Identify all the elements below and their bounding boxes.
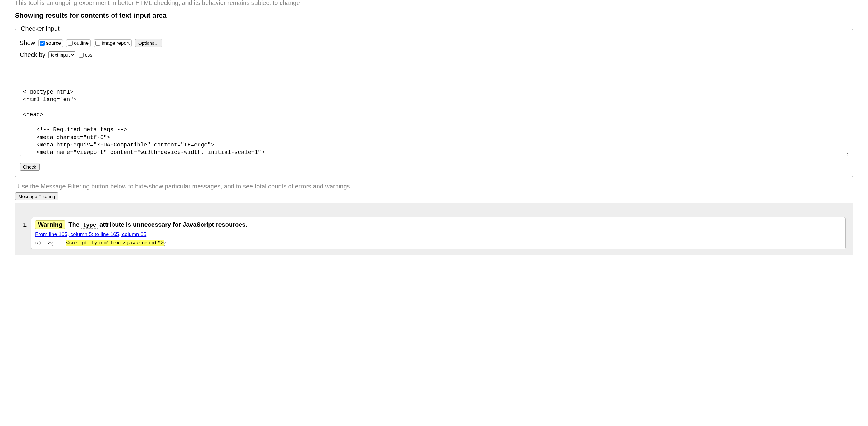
image-report-checkbox-label: image report	[101, 40, 129, 46]
outline-checkbox-label: outline	[74, 40, 89, 46]
newline-icon: ↩	[164, 241, 166, 246]
css-checkbox-wrap[interactable]: css	[79, 52, 92, 58]
source-checkbox-label: source	[46, 40, 61, 46]
warning-badge: Warning	[35, 221, 65, 229]
message-filtering-row: Message Filtering	[15, 193, 853, 200]
result-message: Warning The type attribute is unnecessar…	[35, 221, 842, 229]
css-checkbox[interactable]	[79, 53, 84, 58]
options-button[interactable]: Options…	[135, 39, 162, 47]
result-location-link[interactable]: From line 165, column 5; to line 165, co…	[35, 231, 146, 237]
checker-input-fieldset: Checker Input Show source outline image …	[15, 25, 853, 177]
result-extract-highlight: <script type="text/javascript">	[66, 240, 164, 246]
outline-checkbox[interactable]	[68, 41, 73, 46]
checker-input-legend: Checker Input	[20, 25, 61, 32]
experiment-note: This tool is an ongoing experiment in be…	[15, 0, 853, 6]
image-report-checkbox[interactable]	[95, 41, 100, 46]
results-heading: Showing results for contents of text-inp…	[15, 11, 853, 20]
check-by-select[interactable]: text input	[49, 51, 75, 58]
check-button-row: Check	[20, 163, 848, 171]
check-button[interactable]: Check	[20, 163, 40, 171]
results-list: Warning The type attribute is unnecessar…	[22, 217, 846, 249]
image-report-checkbox-wrap[interactable]: image report	[94, 39, 132, 47]
newline-icon: ↩	[51, 241, 53, 246]
show-row: Show source outline image report Options…	[20, 39, 848, 47]
filter-note: Use the Message Filtering button below t…	[18, 183, 850, 190]
result-message-text: The type attribute is unnecessary for Ja…	[68, 221, 247, 228]
source-checkbox-wrap[interactable]: source	[38, 39, 63, 47]
check-by-label: Check by	[20, 51, 45, 58]
message-filtering-button[interactable]: Message Filtering	[15, 193, 58, 200]
result-box: Warning The type attribute is unnecessar…	[31, 217, 846, 249]
result-extract: s)-->↩ <script type="text/javascript">↩	[35, 240, 842, 246]
results-area: Warning The type attribute is unnecessar…	[15, 203, 853, 255]
outline-checkbox-wrap[interactable]: outline	[66, 39, 91, 47]
source-checkbox[interactable]	[40, 41, 45, 46]
check-by-row: Check by text input css	[20, 51, 848, 58]
result-message-code: type	[81, 222, 98, 229]
show-label: Show	[20, 39, 35, 47]
result-item: Warning The type attribute is unnecessar…	[29, 217, 846, 249]
css-checkbox-label: css	[85, 52, 92, 58]
source-textarea[interactable]	[20, 63, 848, 156]
